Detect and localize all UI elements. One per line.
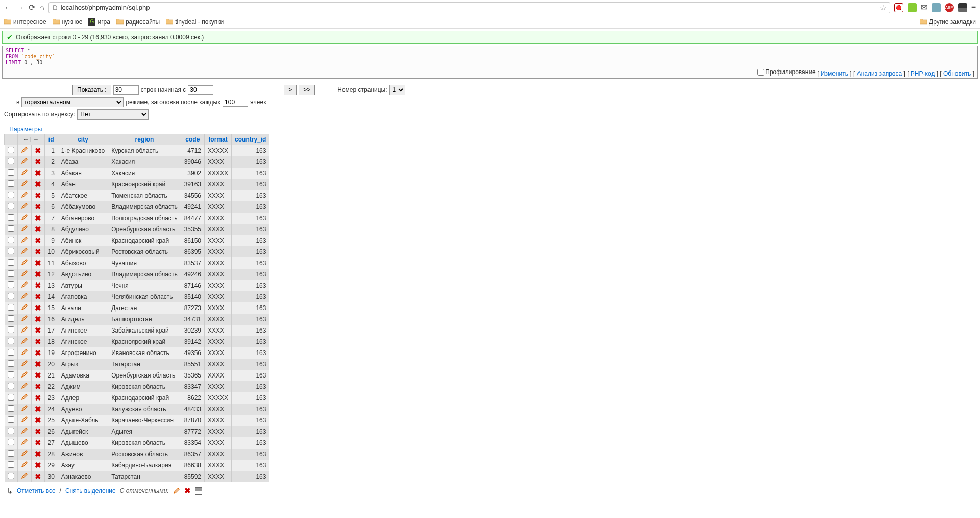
row-checkbox[interactable]	[8, 405, 14, 412]
row-edit-icon[interactable]	[17, 370, 31, 381]
qr-icon[interactable]	[958, 3, 967, 12]
row-delete-icon[interactable]: ✖	[35, 214, 41, 222]
bookmark-star-icon[interactable]: ☆	[880, 4, 887, 12]
row-delete-icon[interactable]: ✖	[35, 348, 41, 357]
row-delete-icon[interactable]: ✖	[35, 461, 41, 469]
row-delete-icon[interactable]: ✖	[35, 180, 41, 189]
uncheck-all-link[interactable]: Снять выделение	[65, 487, 116, 495]
forward-button[interactable]: →	[16, 3, 24, 12]
row-delete-icon[interactable]: ✖	[35, 202, 41, 211]
other-bookmarks[interactable]: Другие закладки	[920, 18, 976, 26]
row-edit-icon[interactable]	[17, 347, 31, 359]
row-delete-icon[interactable]: ✖	[35, 258, 41, 267]
row-checkbox[interactable]	[8, 360, 14, 367]
analyze-query-link[interactable]: Анализ запроса	[857, 70, 902, 77]
row-checkbox[interactable]	[8, 203, 14, 209]
row-checkbox[interactable]	[8, 428, 14, 434]
row-checkbox[interactable]	[8, 338, 14, 344]
row-delete-icon[interactable]: ✖	[35, 438, 41, 447]
bulk-delete-icon[interactable]: ✖	[184, 486, 191, 496]
row-delete-icon[interactable]: ✖	[35, 315, 41, 323]
row-edit-icon[interactable]	[17, 426, 31, 437]
row-edit-icon[interactable]	[17, 179, 31, 190]
row-checkbox[interactable]	[8, 349, 14, 356]
row-checkbox[interactable]	[8, 158, 14, 164]
bookmark-item-2[interactable]: Gигра	[88, 18, 110, 26]
bookmark-folder-3[interactable]: радиосайты	[116, 18, 160, 26]
sort-index-select[interactable]: Нет	[77, 109, 149, 120]
row-delete-icon[interactable]: ✖	[35, 405, 41, 413]
row-checkbox[interactable]	[8, 326, 14, 333]
row-edit-icon[interactable]	[17, 325, 31, 336]
row-delete-icon[interactable]: ✖	[35, 191, 41, 200]
row-edit-icon[interactable]	[17, 224, 31, 235]
edit-query-link[interactable]: Изменить	[821, 70, 848, 77]
row-edit-icon[interactable]	[17, 246, 31, 257]
row-edit-icon[interactable]	[17, 404, 31, 415]
row-checkbox[interactable]	[8, 304, 14, 311]
row-edit-icon[interactable]	[17, 213, 31, 224]
row-delete-icon[interactable]: ✖	[35, 157, 41, 166]
page-select[interactable]: 1	[389, 85, 405, 95]
row-checkbox[interactable]	[8, 315, 14, 322]
row-edit-icon[interactable]	[17, 235, 31, 246]
row-edit-icon[interactable]	[17, 336, 31, 347]
row-checkbox[interactable]	[8, 450, 14, 457]
rows-starting-input[interactable]	[188, 85, 213, 95]
row-checkbox[interactable]	[8, 214, 14, 221]
bulk-edit-icon[interactable]	[173, 487, 180, 495]
row-checkbox[interactable]	[8, 270, 14, 277]
row-edit-icon[interactable]	[17, 415, 31, 426]
row-delete-icon[interactable]: ✖	[35, 247, 41, 256]
umatrix-icon[interactable]	[894, 3, 903, 12]
row-delete-icon[interactable]: ✖	[35, 472, 41, 481]
row-edit-icon[interactable]	[17, 359, 31, 370]
row-delete-icon[interactable]: ✖	[35, 326, 41, 335]
display-mode-select[interactable]: горизонтальном	[21, 97, 124, 107]
refresh-link[interactable]: Обновить	[943, 70, 971, 77]
bookmark-folder-0[interactable]: интересное	[4, 18, 46, 26]
row-edit-icon[interactable]	[17, 381, 31, 392]
row-delete-icon[interactable]: ✖	[35, 303, 41, 312]
address-bar[interactable]: 🗋 localhost/phpmyadmin/sql.php ☆	[48, 2, 890, 13]
params-toggle[interactable]: + Параметры	[4, 126, 976, 133]
row-edit-icon[interactable]	[17, 156, 31, 168]
row-edit-icon[interactable]	[17, 257, 31, 269]
row-delete-icon[interactable]: ✖	[35, 416, 41, 425]
repeat-headers-input[interactable]	[223, 98, 248, 107]
row-edit-icon[interactable]	[17, 291, 31, 302]
android-icon[interactable]	[908, 3, 917, 12]
col-region[interactable]: region	[135, 136, 154, 143]
mail-icon[interactable]: ✉	[921, 3, 927, 12]
row-delete-icon[interactable]: ✖	[35, 450, 41, 458]
row-checkbox[interactable]	[8, 473, 14, 479]
row-delete-icon[interactable]: ✖	[35, 292, 41, 301]
row-edit-icon[interactable]	[17, 437, 31, 449]
row-checkbox[interactable]	[8, 383, 14, 389]
row-edit-icon[interactable]	[17, 449, 31, 460]
menu-button[interactable]: ≡	[971, 3, 976, 12]
col-country-id[interactable]: country_id	[235, 136, 266, 143]
col-code[interactable]: code	[185, 136, 200, 143]
row-edit-icon[interactable]	[17, 460, 31, 471]
back-button[interactable]: ←	[4, 3, 12, 12]
row-edit-icon[interactable]	[17, 190, 31, 201]
row-checkbox[interactable]	[8, 259, 14, 266]
row-checkbox[interactable]	[8, 147, 14, 153]
row-edit-icon[interactable]	[17, 302, 31, 314]
row-checkbox[interactable]	[8, 416, 14, 423]
row-delete-icon[interactable]: ✖	[35, 270, 41, 278]
check-all-link[interactable]: Отметить все	[17, 487, 56, 495]
row-delete-icon[interactable]: ✖	[35, 371, 41, 380]
home-button[interactable]: ⌂	[39, 3, 44, 12]
row-edit-icon[interactable]	[17, 471, 31, 482]
row-delete-icon[interactable]: ✖	[35, 146, 41, 155]
show-button[interactable]: Показать :	[72, 85, 111, 95]
row-checkbox[interactable]	[8, 293, 14, 299]
row-checkbox[interactable]	[8, 461, 14, 468]
php-code-link[interactable]: PHP-код	[911, 70, 935, 77]
bookmark-folder-4[interactable]: tinydeal - покупки	[166, 18, 224, 26]
row-edit-icon[interactable]	[17, 201, 31, 213]
row-checkbox[interactable]	[8, 371, 14, 378]
rows-count-input[interactable]	[113, 85, 139, 95]
